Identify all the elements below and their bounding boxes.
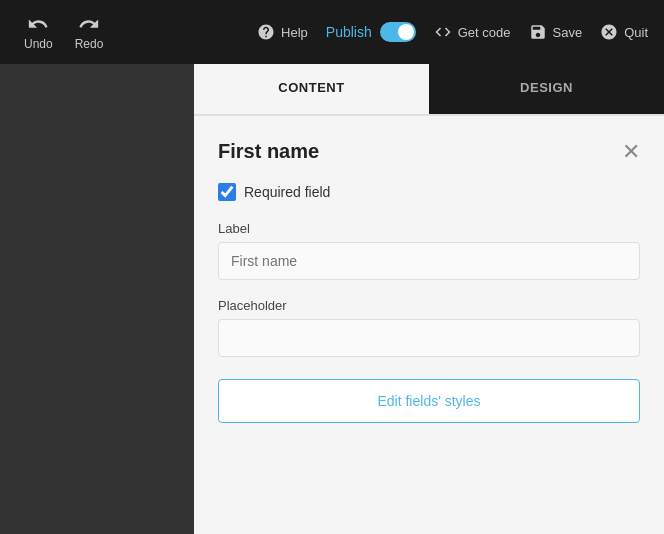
save-icon bbox=[529, 23, 547, 41]
get-code-button[interactable]: Get code bbox=[434, 23, 511, 41]
label-input[interactable] bbox=[218, 242, 640, 280]
main-area: CONTENT DESIGN First name ✕ Required fie… bbox=[0, 64, 664, 534]
content-area: First name ✕ Required field Label Placeh… bbox=[194, 116, 664, 534]
publish-toggle[interactable] bbox=[380, 22, 416, 42]
redo-button[interactable]: Redo bbox=[67, 9, 112, 55]
quit-icon bbox=[600, 23, 618, 41]
undo-redo-group: Undo Redo bbox=[16, 9, 111, 55]
tab-design[interactable]: DESIGN bbox=[429, 64, 664, 114]
placeholder-input[interactable] bbox=[218, 319, 640, 357]
placeholder-field-label: Placeholder bbox=[218, 298, 640, 313]
code-icon bbox=[434, 23, 452, 41]
form-title: First name bbox=[218, 140, 319, 163]
tab-bar: CONTENT DESIGN bbox=[194, 64, 664, 116]
label-field-label: Label bbox=[218, 221, 640, 236]
help-icon bbox=[257, 23, 275, 41]
right-panel: CONTENT DESIGN First name ✕ Required fie… bbox=[194, 64, 664, 534]
toolbar: Undo Redo Help Publish Get code bbox=[0, 0, 664, 64]
help-button[interactable]: Help bbox=[257, 23, 308, 41]
sidebar bbox=[0, 64, 194, 534]
edit-styles-button[interactable]: Edit fields' styles bbox=[218, 379, 640, 423]
required-field-checkbox[interactable] bbox=[218, 183, 236, 201]
redo-icon bbox=[78, 13, 100, 35]
undo-icon bbox=[27, 13, 49, 35]
form-title-row: First name ✕ bbox=[218, 140, 640, 163]
tab-content[interactable]: CONTENT bbox=[194, 64, 429, 114]
quit-button[interactable]: Quit bbox=[600, 23, 648, 41]
undo-button[interactable]: Undo bbox=[16, 9, 61, 55]
required-field-row: Required field bbox=[218, 183, 640, 201]
publish-label: Publish bbox=[326, 24, 372, 40]
save-button[interactable]: Save bbox=[529, 23, 583, 41]
close-button[interactable]: ✕ bbox=[622, 141, 640, 163]
publish-area: Publish bbox=[326, 22, 416, 42]
toolbar-right: Help Publish Get code Save Quit bbox=[257, 22, 648, 42]
required-field-label: Required field bbox=[244, 184, 330, 200]
